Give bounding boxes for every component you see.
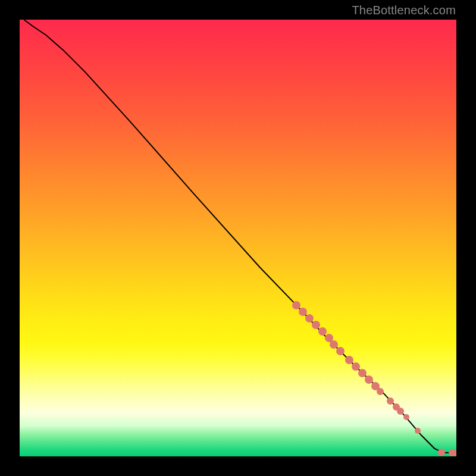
data-point bbox=[318, 327, 327, 336]
data-point bbox=[352, 362, 360, 371]
data-point bbox=[292, 301, 300, 309]
plot-area bbox=[20, 20, 456, 456]
data-point bbox=[397, 408, 404, 415]
chart-stage: TheBottleneck.com bbox=[0, 0, 476, 476]
data-point bbox=[305, 314, 314, 322]
curve-layer bbox=[20, 20, 456, 456]
data-point bbox=[345, 356, 353, 364]
data-point bbox=[438, 449, 445, 456]
data-point bbox=[403, 414, 409, 420]
data-point bbox=[453, 449, 456, 456]
data-point bbox=[377, 388, 384, 395]
bottleneck-curve bbox=[24, 20, 456, 453]
data-point bbox=[336, 347, 345, 355]
data-point bbox=[358, 369, 367, 377]
data-point bbox=[330, 340, 338, 349]
data-point bbox=[312, 321, 320, 329]
data-point bbox=[299, 308, 307, 316]
watermark-text: TheBottleneck.com bbox=[352, 4, 456, 17]
data-point bbox=[415, 428, 421, 434]
data-point bbox=[365, 375, 373, 384]
data-point bbox=[387, 397, 394, 405]
